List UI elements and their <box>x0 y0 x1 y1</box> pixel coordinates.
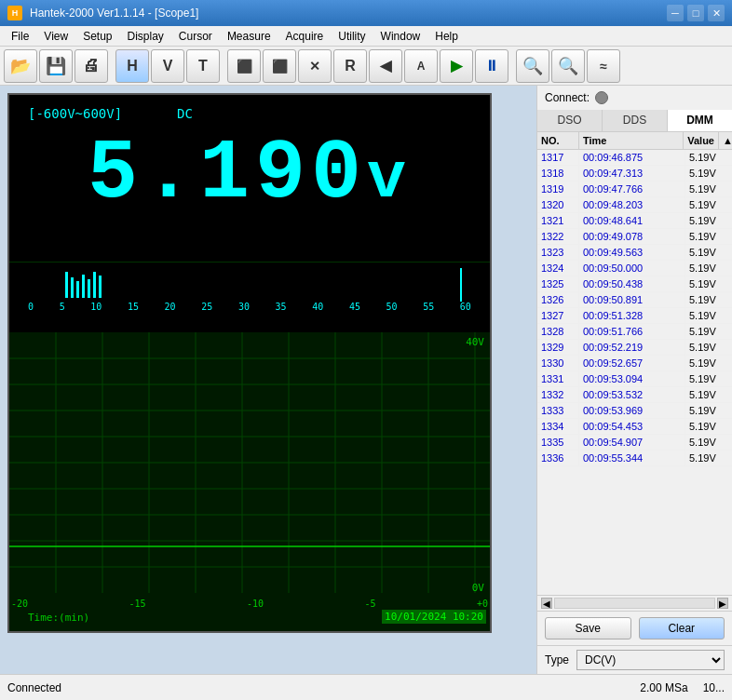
menu-view[interactable]: View <box>36 28 75 45</box>
cell-time: 00:09:51.766 <box>579 324 685 339</box>
menu-setup[interactable]: Setup <box>75 28 119 45</box>
cell-value: 5.19V <box>685 245 732 260</box>
cell-value: 5.19V <box>685 371 732 386</box>
menu-display[interactable]: Display <box>120 28 171 45</box>
tab-dds[interactable]: DDS <box>603 110 668 131</box>
pulse-button[interactable]: ⬛ <box>227 49 261 83</box>
scroll-left-button[interactable]: ◀ <box>541 598 552 609</box>
menu-utility[interactable]: Utility <box>331 28 373 45</box>
table-row[interactable]: 1323 00:09:49.563 5.19V <box>537 245 732 261</box>
scroll-indicator: ▲ <box>719 132 732 149</box>
auto-button[interactable]: A <box>404 49 438 83</box>
window-title: Hantek-2000 Ver1.1.14 - [Scope1] <box>30 7 198 20</box>
cell-time: 00:09:54.907 <box>579 435 685 450</box>
status-connected: Connected <box>7 681 61 694</box>
sample-rate: 2.00 MSa <box>640 681 687 694</box>
menu-help[interactable]: Help <box>427 28 466 45</box>
table-row[interactable]: 1333 00:09:53.969 5.19V <box>537 403 732 419</box>
run-button[interactable]: ▶ <box>440 49 473 83</box>
bottom-controls: Save Clear <box>537 611 732 645</box>
tab-dso[interactable]: DSO <box>537 110 603 131</box>
tabs: DSO DDS DMM <box>537 110 732 132</box>
table-row[interactable]: 1322 00:09:49.078 5.19V <box>537 229 732 245</box>
table-body[interactable]: 1317 00:09:46.875 5.19V 1318 00:09:47.31… <box>537 150 732 595</box>
menu-window[interactable]: Window <box>373 28 428 45</box>
cell-value: 5.19V <box>685 197 732 212</box>
cell-time: 00:09:53.969 <box>579 403 685 418</box>
table-row[interactable]: 1335 00:09:54.907 5.19V <box>537 435 732 451</box>
table-row[interactable]: 1334 00:09:54.453 5.19V <box>537 419 732 435</box>
cell-value: 5.19V <box>685 308 732 323</box>
table-row[interactable]: 1331 00:09:53.094 5.19V <box>537 371 732 387</box>
table-row[interactable]: 1326 00:09:50.891 5.19V <box>537 292 732 308</box>
save-toolbar-button[interactable]: 💾 <box>39 49 73 83</box>
table-row[interactable]: 1327 00:09:51.328 5.19V <box>537 308 732 324</box>
dmm-value-display: 5.190v <box>9 132 490 216</box>
bar-chart <box>28 270 471 298</box>
cell-no: 1325 <box>537 276 579 291</box>
tab-dmm[interactable]: DMM <box>668 110 732 131</box>
cell-value: 5.19V <box>685 166 732 181</box>
grid-svg <box>9 332 490 593</box>
connect-status-indicator <box>595 91 608 104</box>
h-button[interactable]: H <box>115 49 149 83</box>
table-row[interactable]: 1329 00:09:52.219 5.19V <box>537 340 732 356</box>
cell-no: 1333 <box>537 403 579 418</box>
close-button[interactable]: ✕ <box>708 5 725 21</box>
r-button[interactable]: R <box>333 49 367 83</box>
toolbar: 📂 💾 🖨 H V T ⬛ ⬛ ✕ R ◀ A ▶ ⏸ 🔍 🔍 ≈ <box>0 47 732 86</box>
table-row[interactable]: 1330 00:09:52.657 5.19V <box>537 356 732 371</box>
cell-time: 00:09:47.766 <box>579 182 685 196</box>
dmm-range-label: [-600V~600V] <box>28 106 122 121</box>
menu-acquire[interactable]: Acquire <box>278 28 332 45</box>
signal-button[interactable]: ⬛ <box>263 49 296 83</box>
cell-time: 00:09:48.203 <box>579 197 685 212</box>
zoom-in-button[interactable]: 🔍 <box>516 49 549 83</box>
open-button[interactable]: 📂 <box>4 49 37 83</box>
clear-button[interactable]: Clear <box>639 617 725 639</box>
scroll-track[interactable] <box>554 598 715 609</box>
table-row[interactable]: 1328 00:09:51.766 5.19V <box>537 324 732 340</box>
cell-no: 1324 <box>537 261 579 276</box>
grid-chart: 40V 0V -20-15-10-5+0 Time:(min) 10/01/20… <box>9 332 490 633</box>
pause-button[interactable]: ⏸ <box>475 49 508 83</box>
table-row[interactable]: 1320 00:09:48.203 5.19V <box>537 197 732 213</box>
xy-button[interactable]: ✕ <box>298 49 332 83</box>
cell-time: 00:09:52.657 <box>579 356 685 370</box>
minimize-button[interactable]: ─ <box>667 5 684 21</box>
prev-button[interactable]: ◀ <box>369 49 402 83</box>
zoom-out-button[interactable]: 🔍 <box>551 49 585 83</box>
connect-row: Connect: <box>537 86 732 110</box>
maximize-button[interactable]: □ <box>687 5 704 21</box>
save-button[interactable]: Save <box>545 617 631 639</box>
cell-no: 1332 <box>537 387 579 402</box>
cell-no: 1335 <box>537 435 579 450</box>
status-bar: Connected 2.00 MSa 10... <box>0 674 732 700</box>
fft-button[interactable]: ≈ <box>587 49 620 83</box>
table-row[interactable]: 1317 00:09:46.875 5.19V <box>537 150 732 166</box>
cell-time: 00:09:51.328 <box>579 308 685 323</box>
menu-measure[interactable]: Measure <box>220 28 278 45</box>
v-button[interactable]: V <box>151 49 184 83</box>
cell-no: 1323 <box>537 245 579 260</box>
cell-time: 00:09:46.875 <box>579 150 685 165</box>
menu-file[interactable]: File <box>4 28 36 45</box>
cell-value: 5.19V <box>685 419 732 434</box>
menu-cursor[interactable]: Cursor <box>171 28 220 45</box>
table-row[interactable]: 1321 00:09:48.641 5.19V <box>537 213 732 229</box>
col-no: NO. <box>537 132 579 149</box>
cell-time: 00:09:49.563 <box>579 245 685 260</box>
scroll-right-button[interactable]: ▶ <box>717 598 728 609</box>
type-select[interactable]: DC(V) AC(V) DC(A) AC(A) Resistance Diode <box>576 650 725 670</box>
table-row[interactable]: 1332 00:09:53.532 5.19V <box>537 387 732 403</box>
connect-label: Connect: <box>545 91 590 104</box>
t-button[interactable]: T <box>186 49 220 83</box>
cell-no: 1326 <box>537 292 579 307</box>
table-row[interactable]: 1324 00:09:50.000 5.19V <box>537 261 732 276</box>
print-button[interactable]: 🖨 <box>75 49 108 83</box>
table-row[interactable]: 1318 00:09:47.313 5.19V <box>537 166 732 182</box>
table-row[interactable]: 1336 00:09:55.344 5.19V <box>537 451 732 466</box>
scope-screen: [-600V~600V] DC 5.190v <box>7 93 492 633</box>
table-row[interactable]: 1319 00:09:47.766 5.19V <box>537 182 732 197</box>
table-row[interactable]: 1325 00:09:50.438 5.19V <box>537 276 732 292</box>
